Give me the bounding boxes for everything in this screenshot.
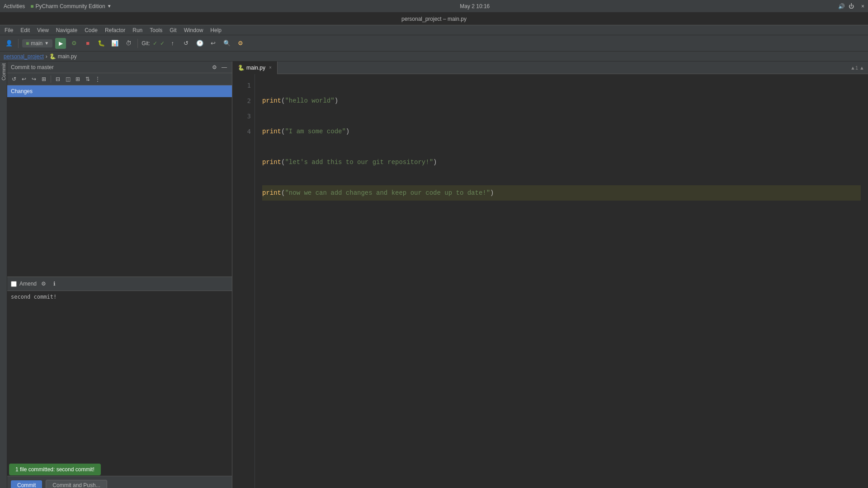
toolbar-sep (51, 75, 51, 83)
toast-message: 1 file committed: second commit! (15, 466, 94, 473)
line-numbers: 1 2 3 4 (232, 74, 255, 488)
toolbar-build-btn[interactable]: ⚙ (69, 38, 80, 49)
menu-navigate[interactable]: Navigate (53, 26, 80, 34)
menu-code[interactable]: Code (82, 26, 100, 34)
menu-edit[interactable]: Edit (18, 26, 33, 34)
git-history-btn[interactable]: 🕐 (194, 38, 205, 49)
changes-section[interactable]: Changes (7, 85, 232, 97)
toolbar-sep-1 (18, 39, 19, 48)
breadcrumb-sep: › (46, 53, 47, 60)
breadcrumb: personal_project › 🐍 main.py (0, 52, 868, 61)
power-icon[interactable]: ⏻ (849, 3, 854, 9)
amend-checkbox[interactable] (11, 281, 17, 287)
run-button[interactable]: ▶ (55, 38, 66, 49)
git-fetch-btn[interactable]: ↺ (181, 38, 192, 49)
commit-panel-header: Commit to master ⚙ — (7, 61, 232, 73)
editor-area: 🐍 main.py × ▲1 ▲ 1 2 3 4 print("hello wo… (232, 61, 868, 488)
commit-panel: Commit to master ⚙ — ↺ ↩ ↪ ⊞ ⊟ ◫ ⊞ ⇅ ⋮ C… (7, 61, 232, 488)
breadcrumb-project[interactable]: personal_project (4, 53, 44, 60)
commit-panel-title: Commit to master (11, 64, 54, 70)
undo-btn[interactable]: ↩ (20, 75, 28, 83)
menu-view[interactable]: View (34, 26, 52, 34)
commit-button[interactable]: Commit (11, 480, 42, 488)
commit-push-button[interactable]: Commit and Push... (46, 480, 107, 488)
amend-info-icon[interactable]: ℹ (50, 280, 58, 288)
close-btn[interactable]: × (861, 3, 864, 9)
amend-row: Amend ⚙ ℹ (7, 277, 232, 291)
volume-icon[interactable]: 🔊 (838, 3, 845, 9)
menu-refactor[interactable]: Refactor (102, 26, 128, 34)
menu-tools[interactable]: Tools (147, 26, 165, 34)
sort-btn[interactable]: ⇅ (84, 75, 92, 83)
toolbar-coverage-btn[interactable]: 📊 (109, 38, 120, 49)
app-name: ■ PyCharm Community Edition ▼ (30, 3, 111, 9)
amend-label: Amend (19, 281, 37, 287)
git-check1: ✓ (153, 40, 157, 47)
group-btn[interactable]: ⊟ (54, 75, 62, 83)
menu-git[interactable]: Git (167, 26, 179, 34)
commit-toolbar: ↺ ↩ ↪ ⊞ ⊟ ◫ ⊞ ⇅ ⋮ (7, 73, 232, 85)
diff-btn[interactable]: ◫ (64, 75, 72, 83)
activities-label[interactable]: Activities (4, 3, 25, 9)
commit-buttons: Commit Commit and Push... (7, 476, 232, 488)
menu-help[interactable]: Help (208, 26, 224, 34)
stage-btn[interactable]: ⊞ (40, 75, 48, 83)
commit-minimize-icon[interactable]: — (220, 63, 228, 71)
window-title: personal_project – main.py (401, 16, 467, 22)
git-push-btn[interactable]: ↑ (167, 38, 178, 49)
git-label: Git: (142, 40, 150, 47)
settings-btn[interactable]: ⚙ (235, 38, 246, 49)
search-everywhere-btn[interactable]: 🔍 (222, 38, 232, 49)
toolbar-profile-btn[interactable]: ⏱ (123, 38, 134, 49)
commit-message-input[interactable] (7, 291, 232, 476)
editor-tab-main-py[interactable]: 🐍 main.py × (232, 61, 278, 74)
os-topbar: Activities ■ PyCharm Community Edition ▼… (0, 0, 868, 13)
commit-settings-icon[interactable]: ⚙ (210, 63, 218, 71)
main-area: Commit Commit to master ⚙ — ↺ ↩ ↪ ⊞ ⊟ ◫ … (0, 61, 868, 488)
more-btn[interactable]: ⋮ (94, 75, 102, 83)
amend-settings-icon[interactable]: ⚙ (39, 280, 47, 288)
git-check2: ✓ (160, 40, 165, 47)
expand-btn[interactable]: ⊞ (74, 75, 82, 83)
menubar: File Edit View Navigate Code Refactor Ru… (0, 25, 868, 35)
line-count-badge: ▲1 ▲ (850, 65, 868, 70)
commit-side-label[interactable]: Commit (0, 61, 7, 82)
toolbar-sep-2 (137, 39, 138, 48)
redo-btn[interactable]: ↪ (30, 75, 38, 83)
editor-tabs: 🐍 main.py × ▲1 ▲ (232, 61, 868, 74)
toolbar-person-icon[interactable]: 👤 (4, 38, 14, 49)
git-rollback-btn[interactable]: ↩ (208, 38, 219, 49)
menu-window[interactable]: Window (181, 26, 206, 34)
changes-list (7, 97, 232, 277)
menu-file[interactable]: File (2, 26, 16, 34)
editor-content: 1 2 3 4 print("hello world") print("I am… (232, 74, 868, 488)
branch-selector[interactable]: ■ main ▼ (22, 39, 52, 47)
toast-notification: 1 file committed: second commit! (9, 464, 101, 475)
refresh-btn[interactable]: ↺ (10, 75, 18, 83)
changes-label: Changes (11, 88, 33, 94)
main-toolbar: 👤 ■ main ▼ ▶ ⚙ ■ 🐛 📊 ⏱ Git: ✓ ✓ ↑ ↺ 🕐 ↩ … (0, 35, 868, 52)
breadcrumb-file: 🐍 main.py (49, 53, 77, 60)
menu-run[interactable]: Run (130, 26, 145, 34)
toolbar-stop-btn[interactable]: ■ (82, 38, 93, 49)
toolbar-debug-btn[interactable]: 🐛 (96, 38, 107, 49)
datetime: May 2 10:16 (460, 3, 490, 9)
code-area[interactable]: print("hello world") print("I am some co… (255, 74, 868, 488)
